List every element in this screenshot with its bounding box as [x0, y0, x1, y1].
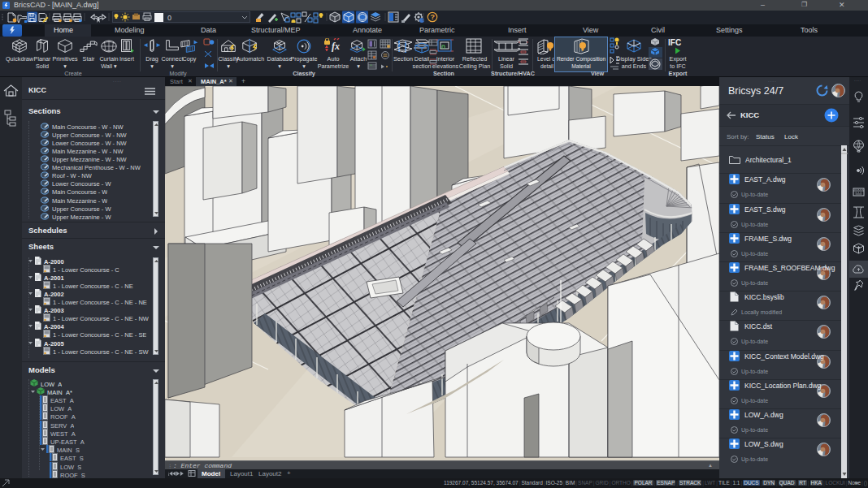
svg-text:?: ?: [430, 13, 435, 21]
svg-text:0: 0: [167, 14, 171, 22]
svg-text:fx: fx: [332, 41, 340, 52]
svg-text:IFC: IFC: [668, 38, 681, 47]
